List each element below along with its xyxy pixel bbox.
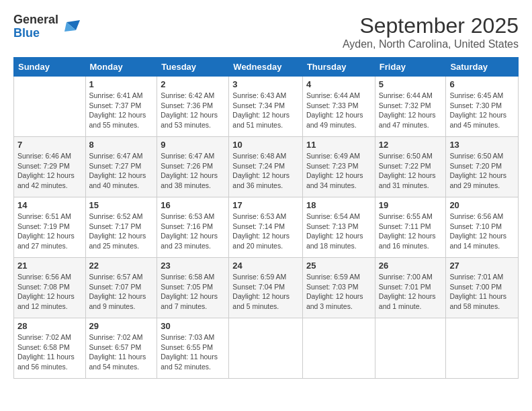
calendar-week-row: 28Sunrise: 7:02 AM Sunset: 6:58 PM Dayli…: [14, 318, 519, 379]
calendar-cell: 25Sunrise: 6:59 AM Sunset: 7:03 PM Dayli…: [302, 258, 375, 318]
day-number: 8: [89, 140, 154, 150]
day-number: 27: [449, 261, 515, 271]
calendar-cell: 27Sunrise: 7:01 AM Sunset: 7:00 PM Dayli…: [446, 258, 519, 318]
day-number: 9: [161, 140, 225, 150]
calendar-week-row: 7Sunrise: 6:46 AM Sunset: 7:29 PM Daylig…: [14, 137, 519, 197]
calendar-cell: 14Sunrise: 6:51 AM Sunset: 7:19 PM Dayli…: [14, 197, 86, 258]
calendar-cell: [446, 318, 519, 379]
day-number: 24: [232, 261, 299, 271]
calendar-cell: 20Sunrise: 6:56 AM Sunset: 7:10 PM Dayli…: [446, 197, 519, 258]
weekday-header-thursday: Thursday: [302, 58, 375, 77]
day-number: 29: [89, 321, 154, 331]
logo-blue: Blue: [13, 27, 58, 40]
day-info: Sunrise: 7:00 AM Sunset: 7:01 PM Dayligh…: [379, 272, 443, 312]
calendar-week-row: 21Sunrise: 6:56 AM Sunset: 7:08 PM Dayli…: [14, 258, 519, 318]
page-header: General Blue September 2025 Ayden, North…: [13, 13, 519, 50]
calendar-cell: 1Sunrise: 6:41 AM Sunset: 7:37 PM Daylig…: [85, 77, 157, 137]
calendar-cell: 23Sunrise: 6:58 AM Sunset: 7:05 PM Dayli…: [157, 258, 229, 318]
calendar-cell: 12Sunrise: 6:50 AM Sunset: 7:22 PM Dayli…: [375, 137, 446, 197]
day-number: 13: [449, 140, 515, 150]
calendar-cell: 21Sunrise: 6:56 AM Sunset: 7:08 PM Dayli…: [14, 258, 86, 318]
day-info: Sunrise: 6:50 AM Sunset: 7:22 PM Dayligh…: [379, 151, 443, 191]
calendar-cell: 22Sunrise: 6:57 AM Sunset: 7:07 PM Dayli…: [85, 258, 157, 318]
day-number: 12: [379, 140, 443, 150]
calendar-cell: 16Sunrise: 6:53 AM Sunset: 7:16 PM Dayli…: [157, 197, 229, 258]
day-info: Sunrise: 6:56 AM Sunset: 7:10 PM Dayligh…: [449, 212, 515, 251]
day-info: Sunrise: 6:50 AM Sunset: 7:20 PM Dayligh…: [449, 151, 515, 191]
weekday-header-wednesday: Wednesday: [229, 58, 303, 77]
day-number: 30: [161, 321, 225, 331]
day-info: Sunrise: 6:57 AM Sunset: 7:07 PM Dayligh…: [89, 272, 154, 312]
logo-text: General Blue: [13, 13, 58, 40]
day-info: Sunrise: 6:55 AM Sunset: 7:11 PM Dayligh…: [379, 212, 443, 251]
calendar-cell: 13Sunrise: 6:50 AM Sunset: 7:20 PM Dayli…: [446, 137, 519, 197]
day-info: Sunrise: 7:02 AM Sunset: 6:58 PM Dayligh…: [17, 332, 82, 372]
month-year-title: September 2025: [343, 13, 519, 38]
logo-general: General: [13, 13, 58, 27]
day-number: 22: [89, 261, 154, 271]
weekday-header-tuesday: Tuesday: [157, 58, 229, 77]
calendar-cell: 4Sunrise: 6:44 AM Sunset: 7:33 PM Daylig…: [302, 77, 375, 137]
day-number: 3: [232, 79, 299, 89]
day-number: 7: [17, 140, 82, 150]
calendar-cell: 30Sunrise: 7:03 AM Sunset: 6:55 PM Dayli…: [157, 318, 229, 379]
calendar-cell: 2Sunrise: 6:42 AM Sunset: 7:36 PM Daylig…: [157, 77, 229, 137]
day-number: 21: [17, 261, 82, 271]
calendar-cell: [375, 318, 446, 379]
day-info: Sunrise: 6:44 AM Sunset: 7:33 PM Dayligh…: [306, 91, 371, 130]
day-info: Sunrise: 6:45 AM Sunset: 7:30 PM Dayligh…: [449, 91, 515, 130]
day-number: 6: [449, 79, 515, 89]
day-number: 17: [232, 200, 299, 210]
calendar-cell: [229, 318, 303, 379]
day-info: Sunrise: 6:54 AM Sunset: 7:13 PM Dayligh…: [306, 212, 371, 251]
day-number: 14: [17, 200, 82, 210]
day-info: Sunrise: 6:56 AM Sunset: 7:08 PM Dayligh…: [17, 272, 82, 312]
calendar-cell: 10Sunrise: 6:48 AM Sunset: 7:24 PM Dayli…: [229, 137, 303, 197]
day-info: Sunrise: 6:42 AM Sunset: 7:36 PM Dayligh…: [161, 91, 225, 130]
day-info: Sunrise: 6:51 AM Sunset: 7:19 PM Dayligh…: [17, 212, 82, 251]
weekday-header-sunday: Sunday: [14, 58, 86, 77]
day-number: 26: [379, 261, 443, 271]
day-info: Sunrise: 6:48 AM Sunset: 7:24 PM Dayligh…: [232, 151, 299, 191]
calendar-week-row: 14Sunrise: 6:51 AM Sunset: 7:19 PM Dayli…: [14, 197, 519, 258]
calendar-cell: 15Sunrise: 6:52 AM Sunset: 7:17 PM Dayli…: [85, 197, 157, 258]
logo-icon: [61, 17, 81, 37]
day-info: Sunrise: 7:03 AM Sunset: 6:55 PM Dayligh…: [161, 332, 225, 372]
day-info: Sunrise: 7:01 AM Sunset: 7:00 PM Dayligh…: [449, 272, 515, 312]
day-info: Sunrise: 6:44 AM Sunset: 7:32 PM Dayligh…: [379, 91, 443, 130]
day-number: 15: [89, 200, 154, 210]
logo: General Blue: [13, 13, 81, 40]
calendar-cell: 26Sunrise: 7:00 AM Sunset: 7:01 PM Dayli…: [375, 258, 446, 318]
calendar-cell: 7Sunrise: 6:46 AM Sunset: 7:29 PM Daylig…: [14, 137, 86, 197]
day-number: 16: [161, 200, 225, 210]
weekday-header-friday: Friday: [375, 58, 446, 77]
calendar-cell: 3Sunrise: 6:43 AM Sunset: 7:34 PM Daylig…: [229, 77, 303, 137]
day-info: Sunrise: 6:58 AM Sunset: 7:05 PM Dayligh…: [161, 272, 225, 312]
day-number: 4: [306, 79, 371, 89]
title-section: September 2025 Ayden, North Carolina, Un…: [343, 13, 519, 50]
day-info: Sunrise: 6:47 AM Sunset: 7:27 PM Dayligh…: [89, 151, 154, 191]
day-info: Sunrise: 6:41 AM Sunset: 7:37 PM Dayligh…: [89, 91, 154, 130]
calendar-cell: 29Sunrise: 7:02 AM Sunset: 6:57 PM Dayli…: [85, 318, 157, 379]
day-number: 1: [89, 79, 154, 89]
day-number: 18: [306, 200, 371, 210]
day-info: Sunrise: 6:52 AM Sunset: 7:17 PM Dayligh…: [89, 212, 154, 251]
day-number: 5: [379, 79, 443, 89]
calendar-cell: [14, 77, 86, 137]
day-number: 2: [161, 79, 225, 89]
day-number: 28: [17, 321, 82, 331]
day-number: 19: [379, 200, 443, 210]
calendar-cell: 28Sunrise: 7:02 AM Sunset: 6:58 PM Dayli…: [14, 318, 86, 379]
calendar-cell: 6Sunrise: 6:45 AM Sunset: 7:30 PM Daylig…: [446, 77, 519, 137]
day-info: Sunrise: 6:49 AM Sunset: 7:23 PM Dayligh…: [306, 151, 371, 191]
location-subtitle: Ayden, North Carolina, United States: [343, 38, 519, 50]
calendar-cell: 5Sunrise: 6:44 AM Sunset: 7:32 PM Daylig…: [375, 77, 446, 137]
calendar-table: SundayMondayTuesdayWednesdayThursdayFrid…: [13, 57, 519, 379]
day-number: 23: [161, 261, 225, 271]
calendar-cell: 8Sunrise: 6:47 AM Sunset: 7:27 PM Daylig…: [85, 137, 157, 197]
day-info: Sunrise: 6:59 AM Sunset: 7:03 PM Dayligh…: [306, 272, 371, 312]
weekday-header-row: SundayMondayTuesdayWednesdayThursdayFrid…: [14, 58, 519, 77]
day-number: 20: [449, 200, 515, 210]
weekday-header-monday: Monday: [85, 58, 157, 77]
calendar-cell: [302, 318, 375, 379]
